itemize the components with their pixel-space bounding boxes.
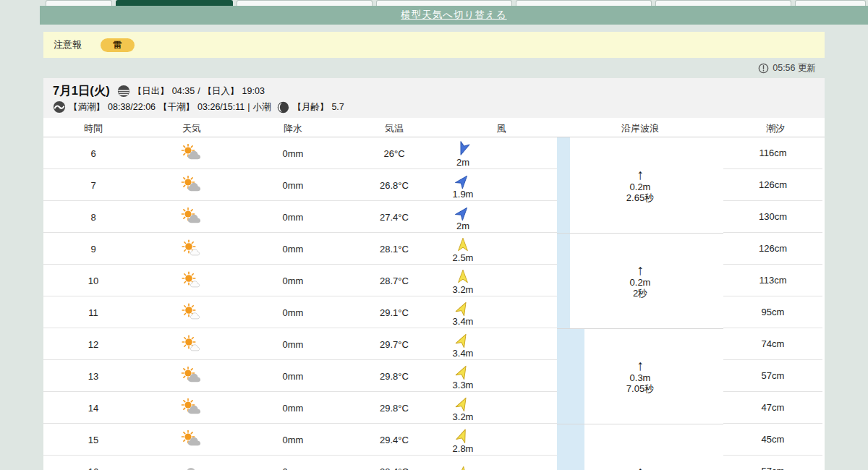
date-header: 7月1日(火) 【日出】 04:35 / 【日入】 19:03 【満潮】 — [43, 78, 825, 118]
column-header-2: 降水 — [284, 122, 302, 135]
time-cell: 9 — [43, 233, 143, 265]
weather-icon-sun-white-cloud — [177, 328, 206, 360]
high-tide-value: 08:38/22:06 — [108, 102, 156, 112]
advisory-bar: 注意報 雷 — [43, 32, 825, 58]
temp-cell: 29.1°C — [369, 296, 420, 328]
clock-icon — [758, 63, 769, 74]
time-cell: 6 — [43, 137, 143, 169]
table-row: 70mm26.8°C1.9m — [43, 169, 557, 201]
tide-type: 小潮 — [252, 101, 271, 114]
wave-group: ↑ — [557, 424, 723, 470]
wave-direction-arrow-icon: ↑ — [637, 167, 644, 181]
wind-speed: 2m — [456, 157, 469, 168]
precip-cell: 0mm — [268, 201, 318, 233]
wave-height: 0.3m — [630, 373, 651, 384]
time-cell: 8 — [43, 201, 143, 233]
low-tide-value: 03:26/15:11 — [197, 102, 244, 112]
temp-cell: 27.4°C — [369, 201, 420, 233]
wind-speed: 2m — [456, 221, 469, 231]
wind-cell: 2m — [438, 201, 488, 233]
date-line-sun: 7月1日(火) 【日出】 04:35 / 【日入】 19:03 — [53, 83, 825, 99]
weather-icon-sun-gray-cloud — [177, 424, 206, 456]
precip-cell: 0mm — [268, 392, 318, 424]
sunset-value: 19:03 — [242, 86, 265, 96]
wind-cell: 3.4m — [438, 328, 488, 360]
wave-period: 7.05秒 — [626, 384, 654, 395]
page: 横型天気へ切り替える 注意報 雷 05:56 更新 7月1日(火) 【日出】 — [0, 0, 868, 470]
weather-icon-sun-gray-cloud — [177, 201, 206, 233]
wind-speed: 2.5m — [453, 252, 474, 263]
tide-divider: | — [247, 102, 250, 112]
table-row: 150mm29.4°C2.8m — [43, 424, 557, 456]
precip-cell: 0mm — [268, 265, 318, 296]
wind-speed: 2.8m — [453, 443, 474, 454]
tide-cell: 130cm — [723, 201, 822, 233]
temp-cell: 29.8°C — [369, 360, 420, 392]
content-panel: 7月1日(火) 【日出】 04:35 / 【日入】 19:03 【満潮】 — [43, 78, 825, 470]
time-cell: 16 — [43, 456, 143, 470]
temp-cell: 28.1°C — [369, 233, 420, 265]
wave-height: 0.2m — [630, 182, 651, 193]
sunset-label: 【日入】 — [203, 85, 239, 98]
table-row: 140mm29.8°C3.2m — [43, 392, 557, 424]
wave-direction-arrow-icon: ↑ — [637, 262, 644, 277]
tide-cell: 113cm — [723, 265, 822, 296]
table-row: 100mm28.7°C3.2m — [43, 265, 557, 296]
advisory-label: 注意報 — [54, 38, 82, 51]
date-line-tide: 【満潮】 08:38/22:06 【干潮】 03:26/15:11 | 小潮 【… — [53, 99, 825, 115]
time-cell: 12 — [43, 328, 143, 360]
tide-cell: 126cm — [723, 233, 822, 265]
tide-column: 116cm126cm130cm126cm113cm95cm74cm57cm47c… — [723, 137, 822, 470]
wind-cell: 3.2m — [438, 392, 488, 424]
sunrise-sunset-icon — [117, 85, 130, 98]
wind-cell: 3.3m — [438, 360, 488, 392]
tide-cell: 57cm — [723, 360, 822, 392]
time-cell: 13 — [43, 360, 143, 392]
wind-speed: 3.4m — [453, 316, 474, 327]
precip-cell: 0mm — [268, 360, 318, 392]
switch-layout-link[interactable]: 横型天気へ切り替える — [401, 9, 506, 22]
precip-cell: 0mm — [268, 233, 318, 265]
table-row: 60mm26°C2m — [43, 137, 557, 169]
wind-cell: 3.4m — [438, 296, 488, 328]
time-cell: 11 — [43, 296, 143, 328]
weather-icon-sun-white-cloud — [177, 265, 206, 296]
wave-column: ↑0.2m2.65秒↑0.2m2秒↑0.3m7.05秒↑ — [557, 137, 723, 470]
low-tide-label: 【干潮】 — [158, 101, 195, 114]
moon-age-value: 5.7 — [331, 102, 344, 112]
temp-cell: 29.8°C — [369, 392, 420, 424]
temp-cell: 29.7°C — [369, 328, 420, 360]
table-row: 130mm29.8°C3.3m — [43, 360, 557, 392]
time-cell: 15 — [43, 424, 143, 456]
table-row: 80mm27.4°C2m — [43, 201, 557, 233]
tide-cell: 57cm — [723, 456, 822, 470]
top-bar: 横型天気へ切り替える — [40, 6, 868, 25]
weather-icon-sun-white-cloud — [177, 296, 206, 328]
column-header-5: 沿岸波浪 — [621, 122, 659, 135]
advisory-badge-thunder[interactable]: 雷 — [101, 38, 135, 52]
wave-period: 2秒 — [633, 289, 647, 299]
wave-group: ↑0.2m2.65秒 — [557, 137, 723, 233]
weather-icon-cloud — [177, 456, 206, 470]
wave-group: ↑0.2m2秒 — [557, 233, 723, 328]
temp-cell: 28.7°C — [369, 265, 420, 296]
wind-direction-arrow-icon — [455, 465, 471, 470]
tide-cell: 95cm — [723, 296, 822, 328]
time-cell: 14 — [43, 392, 143, 424]
precip-cell: 0mm — [268, 137, 318, 169]
wind-cell: 2.8m — [438, 424, 488, 456]
high-tide-label: 【満潮】 — [69, 101, 105, 114]
tide-cell: 126cm — [723, 169, 822, 201]
wind-speed: 3.2m — [453, 284, 474, 295]
weather-icon-sun-white-cloud — [177, 233, 206, 265]
sunrise-value: 04:35 — [172, 86, 195, 96]
column-header-1: 天気 — [182, 122, 201, 135]
time-cell: 10 — [43, 265, 143, 296]
column-header-4: 風 — [497, 122, 506, 135]
wave-icon — [53, 101, 66, 114]
wind-cell: 2.5m — [438, 233, 488, 265]
wave-height: 0.2m — [630, 278, 651, 289]
wave-direction-arrow-icon: ↑ — [637, 358, 644, 372]
tide-cell: 116cm — [723, 137, 822, 169]
temp-cell: 26°C — [369, 137, 420, 169]
